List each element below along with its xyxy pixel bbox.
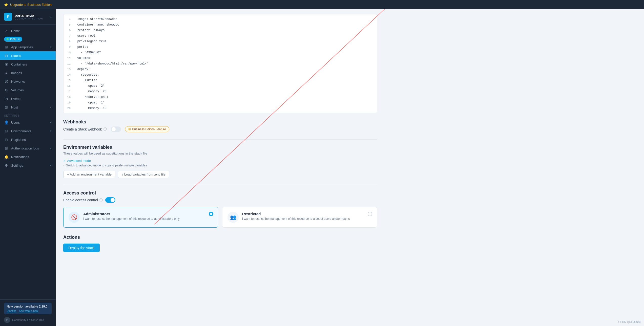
logo: P portainer.io COMMUNITY EDITION (4, 13, 43, 21)
code-line: 14 resources: (64, 72, 377, 78)
webhooks-section: Webhooks Create a Stack webhook ⓘ ⊞ Busi… (63, 119, 377, 132)
images-icon: ≡ (4, 71, 9, 75)
registries-icon: ⊟ (4, 138, 9, 142)
sidebar-label-networks: Networks (11, 80, 52, 83)
code-line: 9 ports: (64, 44, 377, 50)
code-lines: 4 image: star7th/showdoc5 container_name… (64, 14, 377, 113)
code-line: 8 privileged: true (64, 39, 377, 44)
sidebar-item-settings[interactable]: ⚙ Settings ▾ (0, 161, 56, 170)
sidebar-item-environments[interactable]: ⊡ Environments ▾ (0, 127, 56, 135)
networks-icon: ⌘ (4, 79, 9, 83)
sidebar-label-images: Images (11, 71, 52, 75)
whats-new-link[interactable]: See what's new (19, 309, 38, 312)
restricted-card-radio[interactable] (368, 212, 372, 216)
sidebar-item-registries[interactable]: ⊟ Registries (0, 135, 56, 144)
code-line: 5 container_name: showdoc (64, 22, 377, 28)
add-env-variable-button[interactable]: + Add an environment variable (63, 171, 115, 178)
sidebar-item-networks[interactable]: ⌘ Networks (0, 77, 56, 86)
webhooks-title: Webhooks (63, 119, 377, 125)
sidebar-header: P portainer.io COMMUNITY EDITION « (0, 9, 56, 25)
sidebar-item-users[interactable]: 👤 Users ▾ (0, 118, 56, 127)
code-line: 6 restart: always (64, 28, 377, 33)
code-editor[interactable]: 4 image: star7th/showdoc5 container_name… (63, 14, 377, 113)
dismiss-link[interactable]: Dismiss (7, 309, 16, 312)
code-line: 15 limits: (64, 78, 377, 83)
access-card-restricted[interactable]: 👥 Restricted I want to restrict the mana… (222, 207, 377, 228)
access-info-icon[interactable]: ⓘ (99, 198, 103, 202)
sidebar-label-users: Users (11, 121, 48, 124)
sidebar-item-images[interactable]: ≡ Images (0, 69, 56, 77)
sidebar-label-stacks: Stacks (11, 54, 52, 58)
stacks-icon: ⊟ (4, 54, 9, 58)
sidebar-item-stacks[interactable]: ⊟ Stacks (0, 51, 56, 60)
line-number: 8 (64, 39, 74, 44)
content-inner: 4 image: star7th/showdoc5 container_name… (56, 9, 385, 262)
env-vars-desc: These values will be used as substitutio… (63, 151, 377, 155)
line-number: 13 (64, 67, 74, 72)
line-number: 18 (64, 94, 74, 100)
app-templates-chevron-icon: ▾ (50, 46, 52, 49)
sidebar-footer: New version available 2.19.0 Dismiss See… (0, 299, 56, 326)
access-control-toggle[interactable] (105, 197, 115, 203)
env-vars-section: Environment variables These values will … (63, 145, 377, 178)
version-title: New version available 2.19.0 (7, 305, 49, 308)
star-icon: ⭐ (4, 3, 8, 7)
line-content: limits: (74, 78, 377, 83)
code-line: 17 memory: 2G (64, 89, 377, 94)
business-badge-label: Business Edition Feature (132, 127, 166, 131)
line-content: privileged: true (74, 39, 377, 44)
line-number: 14 (64, 72, 74, 78)
line-content: - "/data/showdoc/html:/var/www/html/" (74, 61, 377, 67)
line-content: cpus: '1' (74, 100, 377, 105)
sidebar-collapse-button[interactable]: « (49, 14, 52, 19)
deploy-stack-button[interactable]: Deploy the stack (63, 244, 100, 252)
sidebar-item-host[interactable]: ⊡ Host ▾ (0, 103, 56, 112)
environments-icon: ⊡ (4, 129, 9, 133)
host-chevron-icon: ▾ (50, 106, 52, 109)
upgrade-banner[interactable]: ⭐ Upgrade to Business Edition (0, 0, 644, 9)
actions-title: Actions (63, 235, 377, 240)
volumes-icon: ⊘ (4, 88, 9, 92)
version-links: Dismiss See what's new (7, 309, 49, 312)
sidebar-label-settings: Settings (11, 164, 48, 167)
access-control-title: Access control (63, 190, 377, 196)
upgrade-banner-label: Upgrade to Business Edition (10, 3, 52, 7)
sidebar-item-notifications[interactable]: 🔔 Notifications (0, 153, 56, 161)
restricted-card-text: Restricted I want to restrict the manage… (242, 212, 372, 221)
sidebar-item-volumes[interactable]: ⊘ Volumes (0, 86, 56, 94)
line-number: 20 (64, 105, 74, 111)
business-badge: ⊞ Business Edition Feature (125, 126, 169, 132)
sidebar-item-app-templates[interactable]: ⊞ App Templates ▾ (0, 43, 56, 51)
line-number: 9 (64, 44, 74, 50)
admin-card-icon: 🚫 (69, 212, 80, 223)
webhook-toggle[interactable] (111, 126, 121, 132)
load-env-file-button[interactable]: ↑ Load variables from .env file (118, 171, 169, 178)
code-line: 4 image: star7th/showdoc (64, 16, 377, 22)
line-content: - "4999:80" (74, 50, 377, 55)
users-chevron-icon: ▾ (50, 121, 52, 124)
settings-icon: ⚙ (4, 163, 9, 167)
webhook-info-icon[interactable]: ⓘ (103, 127, 107, 132)
line-content: volumes: (74, 55, 377, 61)
line-content: container_name: showdoc (74, 22, 377, 28)
sidebar-label-containers: Containers (11, 62, 52, 66)
sidebar-item-auth-logs[interactable]: ⊟ Authentication logs ▾ (0, 144, 56, 153)
line-content: image: star7th/showdoc (74, 16, 377, 22)
line-number: 12 (64, 61, 74, 67)
env-badge[interactable]: local × (4, 37, 22, 42)
line-content: ports: (74, 44, 377, 50)
version-notice: New version available 2.19.0 Dismiss See… (4, 303, 52, 314)
sidebar-item-home[interactable]: ⌂ Home (0, 27, 56, 35)
line-number: 17 (64, 89, 74, 94)
env-label: local (10, 37, 16, 41)
line-content: memory: 1G (74, 105, 377, 111)
access-card-administrators[interactable]: 🚫 Administrators I want to restrict the … (63, 207, 218, 228)
env-close-icon[interactable]: × (18, 37, 20, 41)
advanced-mode-hint: ○ Switch to advanced mode to copy & past… (63, 164, 377, 167)
line-number: 11 (64, 55, 74, 61)
sidebar-item-events[interactable]: ◷ Events (0, 94, 56, 103)
user-edition: Community Edition 2.18.3 (12, 318, 44, 321)
advanced-mode-link[interactable]: ✓ Advanced mode (63, 159, 377, 163)
admin-card-radio[interactable] (209, 212, 213, 216)
sidebar-item-containers[interactable]: ▣ Containers (0, 60, 56, 69)
